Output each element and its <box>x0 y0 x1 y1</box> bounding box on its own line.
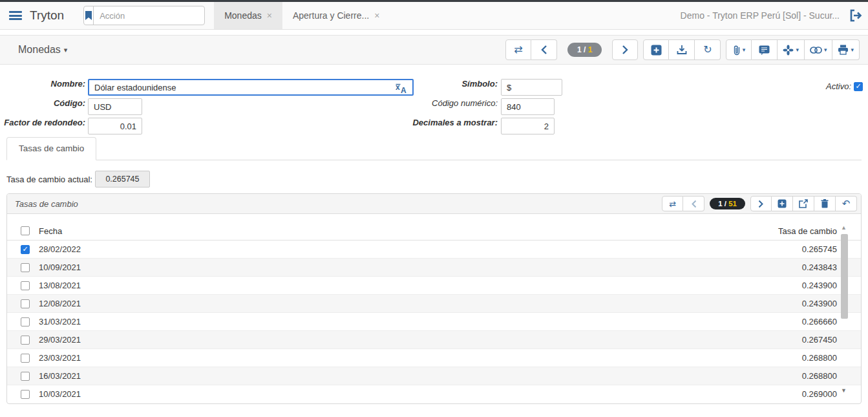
close-icon[interactable]: × <box>267 10 272 21</box>
action-input[interactable] <box>94 6 205 25</box>
relate-button[interactable]: ▾ <box>805 39 833 60</box>
decimales-input[interactable]: 2 <box>501 118 555 134</box>
rates-table-header: ✓ Fecha Tasa de cambio <box>7 222 861 241</box>
row-checkbox[interactable]: ✓ <box>21 336 30 345</box>
chevron-left-icon <box>691 200 697 208</box>
tab-apertura-cierre[interactable]: Apertura y Cierre... × <box>282 2 390 29</box>
column-header-tasa[interactable]: Tasa de cambio <box>778 226 837 236</box>
column-header-fecha[interactable]: Fecha <box>39 226 62 236</box>
table-row[interactable]: ✓ 10/03/2021 0.269000 <box>7 385 861 403</box>
row-checkbox[interactable]: ✓ <box>21 245 30 254</box>
print-icon <box>838 45 849 55</box>
new-record-button[interactable] <box>643 39 669 60</box>
scrollbar-thumb[interactable] <box>841 234 848 319</box>
chevron-down-icon: ▾ <box>743 47 746 53</box>
row-rate: 0.269000 <box>802 389 837 399</box>
topbar: Tryton Monedas × Apertura y Cierre... × … <box>0 2 868 30</box>
table-row[interactable]: ✓ 29/03/2021 0.267450 <box>7 331 861 349</box>
chevron-down-icon: ▾ <box>824 47 827 53</box>
row-date: 10/09/2021 <box>39 262 81 272</box>
note-icon <box>759 45 770 55</box>
row-date: 28/02/2022 <box>39 244 81 254</box>
row-rate: 0.243900 <box>802 299 837 308</box>
rates-switch-view-button[interactable]: ⇄ <box>662 196 683 211</box>
row-date: 16/03/2021 <box>39 371 81 381</box>
rates-open-button[interactable] <box>793 196 814 211</box>
add-icon <box>651 45 662 56</box>
scroll-up-icon[interactable]: ▲ <box>841 224 847 231</box>
close-icon[interactable]: × <box>374 10 379 21</box>
rates-panel: Tasas de cambio ⇄ 1 / 51 <box>6 193 862 404</box>
row-checkbox[interactable]: ✓ <box>21 372 30 381</box>
refresh-button[interactable]: ↻ <box>695 39 721 60</box>
rates-table-body: ✓ 28/02/2022 0.265745 ✓ 10/09/2021 0.243… <box>7 241 861 403</box>
row-checkbox[interactable]: ✓ <box>21 281 30 290</box>
logout-icon[interactable] <box>849 8 863 23</box>
link-icon <box>810 47 822 54</box>
simbolo-input[interactable]: $ <box>501 79 562 96</box>
open-record-icon <box>799 199 808 208</box>
row-rate: 0.268800 <box>802 353 837 363</box>
row-checkbox[interactable]: ✓ <box>21 299 30 308</box>
activo-label: Activo: <box>826 81 851 91</box>
currency-form: Nombre: Dólar estadounidense x A Símbolo… <box>0 65 868 137</box>
select-all-checkbox[interactable]: ✓ <box>21 226 30 235</box>
table-row[interactable]: ✓ 28/02/2022 0.265745 <box>7 241 861 259</box>
table-row[interactable]: ✓ 16/03/2021 0.268800 <box>7 367 861 385</box>
table-row[interactable]: ✓ 12/08/2021 0.243900 <box>7 295 861 313</box>
menu-icon[interactable] <box>9 11 22 20</box>
save-record-button[interactable] <box>669 39 695 60</box>
chevron-down-icon: ▾ <box>851 47 854 53</box>
window-tabs: Monedas × Apertura y Cierre... × <box>214 2 390 29</box>
save-icon <box>677 45 687 55</box>
session-title: Demo - Tryton ERP Perú [Sol] - Sucur... <box>681 10 840 21</box>
rates-panel-title: Tasas de cambio <box>15 199 78 209</box>
row-checkbox[interactable]: ✓ <box>21 390 30 399</box>
row-rate: 0.267450 <box>802 335 837 345</box>
row-checkbox[interactable]: ✓ <box>21 317 30 326</box>
add-icon <box>778 199 787 208</box>
trash-icon <box>821 199 829 208</box>
previous-record-button[interactable] <box>531 39 557 60</box>
chevron-right-icon <box>622 45 629 55</box>
tab-monedas[interactable]: Monedas × <box>214 2 282 29</box>
row-rate: 0.265745 <box>802 244 837 254</box>
chevron-down-icon: ▾ <box>64 46 68 54</box>
row-date: 13/08/2021 <box>39 281 81 290</box>
codigo-label: Código: <box>0 98 85 108</box>
vertical-scrollbar[interactable]: ▲ ▼ <box>840 223 849 400</box>
row-date: 31/03/2021 <box>39 317 81 326</box>
attachment-button[interactable]: ▾ <box>726 39 752 60</box>
codigo-numerico-input[interactable]: 840 <box>501 98 555 115</box>
rates-previous-button[interactable] <box>683 196 704 211</box>
activo-checkbox[interactable]: ✓ <box>854 82 863 91</box>
rates-panel-header: Tasas de cambio ⇄ 1 / 51 <box>7 194 861 214</box>
rates-undo-button[interactable]: ↶ <box>836 196 857 211</box>
rates-delete-button[interactable] <box>814 196 836 211</box>
actions-button[interactable]: ▾ <box>778 39 805 60</box>
table-row[interactable]: ✓ 10/09/2021 0.243843 <box>7 259 861 277</box>
codigo-input[interactable]: USD <box>88 98 142 115</box>
paperclip-icon <box>733 45 741 56</box>
rates-next-button[interactable] <box>750 196 772 211</box>
decimales-label: Decimales a mostrar: <box>362 118 498 127</box>
factor-redondeo-label: Factor de redondeo: <box>0 118 85 127</box>
switch-view-button[interactable]: ⇄ <box>505 39 531 60</box>
table-row[interactable]: ✓ 31/03/2021 0.266660 <box>7 313 861 331</box>
row-rate: 0.266660 <box>802 317 837 326</box>
table-row[interactable]: ✓ 13/08/2021 0.243900 <box>7 277 861 295</box>
next-record-button[interactable] <box>612 39 638 60</box>
row-checkbox[interactable]: ✓ <box>21 354 30 363</box>
factor-redondeo-input[interactable]: 0.01 <box>88 118 142 134</box>
view-title[interactable]: Monedas ▾ <box>18 44 67 56</box>
bookmark-button[interactable] <box>84 6 94 25</box>
chevron-right-icon <box>758 200 764 208</box>
note-button[interactable] <box>752 39 778 60</box>
rates-add-button[interactable] <box>772 196 793 211</box>
table-row[interactable]: ✓ 23/03/2021 0.268800 <box>7 349 861 367</box>
record-pager-badge: 1 / 1 <box>567 43 602 57</box>
scroll-down-icon[interactable]: ▼ <box>841 387 847 394</box>
tab-tasas-de-cambio[interactable]: Tasas de cambio <box>6 137 96 160</box>
print-button[interactable]: ▾ <box>832 39 860 60</box>
row-checkbox[interactable]: ✓ <box>21 263 30 272</box>
